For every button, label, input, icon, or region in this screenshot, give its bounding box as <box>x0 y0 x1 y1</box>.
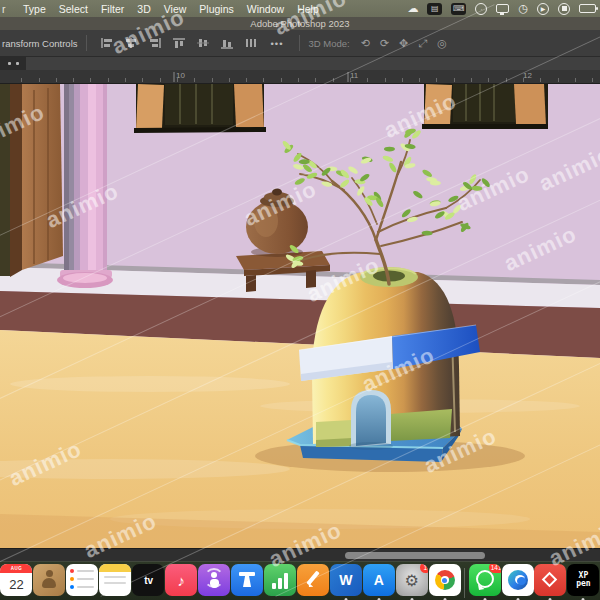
ruler-number: 11 <box>350 71 358 80</box>
notification-badge: 1 <box>420 564 428 573</box>
dark-app-icon-2[interactable]: ⌨ <box>451 3 466 15</box>
battery-icon[interactable] <box>579 4 596 13</box>
menu-select[interactable]: Select <box>59 3 88 15</box>
menu-status-area: ☁ ▤ ⌨ · ◷ ▶ <box>407 0 596 17</box>
dock-whatsapp[interactable]: 141 <box>468 564 501 600</box>
dock-word[interactable]: W <box>329 564 362 600</box>
options-bar: ransform Controls ••• 3D Mode: ⟲ ⟳ ✥ ⤢ ◎ <box>0 30 600 57</box>
ruler-number: 10 <box>176 71 185 80</box>
horizontal-scrollbar[interactable] <box>345 552 485 559</box>
chrome-icon <box>429 564 461 596</box>
menu-item-clipped[interactable]: r <box>2 3 10 15</box>
play-circle-icon[interactable]: ▶ <box>537 3 549 15</box>
dock-chrome[interactable] <box>428 564 461 600</box>
menu-help[interactable]: Help <box>297 3 319 15</box>
reminders-icon <box>66 564 98 596</box>
3d-roll-icon[interactable]: ⟳ <box>380 37 389 50</box>
distribute-h-icon[interactable] <box>243 36 259 50</box>
align-left-icon[interactable] <box>99 36 115 50</box>
horizontal-ruler: 10 11 12 <box>0 70 600 84</box>
red-diamond-app-icon <box>534 564 566 596</box>
menu-plugins[interactable]: Plugins <box>199 3 233 15</box>
pages-icon <box>297 564 329 596</box>
window-right <box>422 84 548 129</box>
notes-icon <box>99 564 131 596</box>
window-title: Adobe Photoshop 2023 <box>250 18 349 29</box>
align-right-icon[interactable] <box>147 36 163 50</box>
dock-reminders[interactable] <box>66 564 99 600</box>
ruler-number: 12 <box>523 71 532 80</box>
dock-appstore[interactable]: A <box>362 564 395 600</box>
dock-edge[interactable] <box>501 564 534 600</box>
separator <box>299 35 300 51</box>
appletv-icon: tv <box>132 564 164 596</box>
dock-divider <box>461 564 468 600</box>
separator <box>86 35 87 51</box>
dock-appletv[interactable]: tv <box>132 564 165 600</box>
more-options-icon[interactable]: ••• <box>271 38 284 49</box>
3d-mode-label: 3D Mode: <box>308 38 349 49</box>
dock-pages[interactable] <box>296 564 329 600</box>
3d-pan-icon[interactable]: ✥ <box>399 37 408 50</box>
dock-music[interactable]: ♪ <box>165 564 198 600</box>
distribute-middle-icon[interactable] <box>195 36 211 50</box>
dock-numbers[interactable] <box>264 564 297 600</box>
clock-face-icon[interactable]: · <box>475 3 487 15</box>
canvas-bottom-strip <box>0 548 600 561</box>
align-center-h-icon[interactable] <box>123 36 139 50</box>
photoshop-canvas[interactable] <box>0 84 600 548</box>
appstore-icon: A <box>363 564 395 596</box>
dock-keynote[interactable] <box>231 564 264 600</box>
menu-view[interactable]: View <box>164 3 187 15</box>
dock-notes[interactable] <box>99 564 132 600</box>
dock-podcasts[interactable] <box>198 564 231 600</box>
dock-red-diamond-app[interactable] <box>534 564 567 600</box>
dock-calendar[interactable]: AUG 22 <box>0 564 33 600</box>
dock-contacts[interactable] <box>33 564 66 600</box>
notification-badge: 141 <box>489 564 501 573</box>
artwork-illustration <box>0 84 600 548</box>
dock-settings[interactable]: ⚙ 1 <box>395 564 428 600</box>
numbers-icon <box>264 564 296 596</box>
dark-app-icon-1[interactable]: ▤ <box>427 3 442 15</box>
3d-orbit-icon[interactable]: ⟲ <box>361 37 370 50</box>
display-icon[interactable] <box>496 4 509 13</box>
window-title-bar: Adobe Photoshop 2023 <box>0 17 600 30</box>
3d-slide-icon[interactable]: ⤢ <box>418 37 427 50</box>
transform-controls-label[interactable]: ransform Controls <box>2 38 78 49</box>
contacts-icon <box>33 564 65 596</box>
edge-icon <box>502 564 534 596</box>
tools-panel-stub[interactable] <box>0 57 26 70</box>
menu-type[interactable]: Type <box>23 3 46 15</box>
record-circle-icon[interactable] <box>558 3 570 15</box>
podcasts-icon <box>198 564 230 596</box>
3d-zoom-icon[interactable]: ◎ <box>437 37 447 50</box>
keynote-icon <box>231 564 263 596</box>
distribute-top-icon[interactable] <box>171 36 187 50</box>
menu-bar: r Type Select Filter 3D View Plugins Win… <box>0 0 600 17</box>
screen: r Type Select Filter 3D View Plugins Win… <box>0 0 600 600</box>
menu-window[interactable]: Window <box>247 3 284 15</box>
calendar-icon: AUG 22 <box>0 564 32 596</box>
creative-cloud-icon[interactable]: ☁ <box>407 3 418 14</box>
column <box>57 84 113 288</box>
clock-icon[interactable]: ◷ <box>518 3 528 14</box>
whatsapp-icon: 141 <box>469 564 501 596</box>
menu-filter[interactable]: Filter <box>101 3 124 15</box>
toolbar-substrip <box>0 57 600 70</box>
dock: AUG 22 tv ♪ <box>0 561 600 600</box>
dock-xppen[interactable]: XPpen <box>567 564 600 600</box>
menu-3d[interactable]: 3D <box>137 3 150 15</box>
music-icon: ♪ <box>165 564 197 596</box>
word-icon: W <box>330 564 362 596</box>
distribute-bottom-icon[interactable] <box>219 36 235 50</box>
settings-icon: ⚙ 1 <box>396 564 428 596</box>
window-left <box>134 84 266 133</box>
xppen-icon: XPpen <box>567 564 599 596</box>
